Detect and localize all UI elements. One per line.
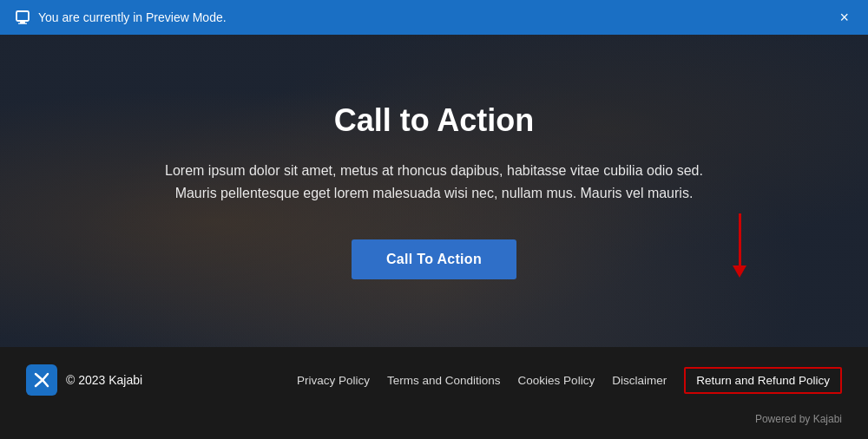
hero-body-line1: Lorem ipsum dolor sit amet, metus at rho… <box>165 163 703 178</box>
footer-link-terms[interactable]: Terms and Conditions <box>387 374 501 387</box>
footer-link-return-refund[interactable]: Return and Refund Policy <box>684 367 842 394</box>
arrow-line <box>739 213 741 265</box>
preview-close-button[interactable]: × <box>834 8 854 27</box>
footer-link-cookies[interactable]: Cookies Policy <box>518 374 595 387</box>
footer-link-disclaimer[interactable]: Disclaimer <box>612 374 667 387</box>
powered-by-text: Powered by Kajabi <box>755 413 842 425</box>
preview-banner-content: You are currently in Preview Mode. <box>14 9 227 26</box>
footer-main: © 2023 Kajabi Privacy Policy Terms and C… <box>0 354 868 406</box>
footer-brand: © 2023 Kajabi <box>26 364 142 396</box>
footer-copyright: © 2023 Kajabi <box>66 373 142 387</box>
footer-powered: Powered by Kajabi <box>0 406 868 432</box>
hero-body-line2: Mauris pellentesque eget lorem malesuada… <box>175 186 694 200</box>
footer-nav: Privacy Policy Terms and Conditions Cook… <box>297 367 842 394</box>
arrow-head <box>733 265 746 278</box>
hero-title: Call to Action <box>165 102 703 139</box>
cta-button[interactable]: Call To Action <box>352 239 516 279</box>
footer-link-privacy[interactable]: Privacy Policy <box>297 374 370 387</box>
preview-banner-text: You are currently in Preview Mode. <box>38 10 227 24</box>
arrow-annotation <box>733 213 746 278</box>
footer: © 2023 Kajabi Privacy Policy Terms and C… <box>0 347 868 439</box>
hero-content: Call to Action Lorem ipsum dolor sit ame… <box>130 102 738 278</box>
preview-banner: You are currently in Preview Mode. × <box>0 0 868 35</box>
svg-rect-2 <box>18 23 27 24</box>
preview-mode-icon <box>14 9 31 26</box>
svg-rect-0 <box>16 11 29 21</box>
hero-body-text: Lorem ipsum dolor sit amet, metus at rho… <box>165 160 703 204</box>
hero-section: Call to Action Lorem ipsum dolor sit ame… <box>0 35 868 347</box>
kajabi-logo-icon <box>26 364 57 396</box>
